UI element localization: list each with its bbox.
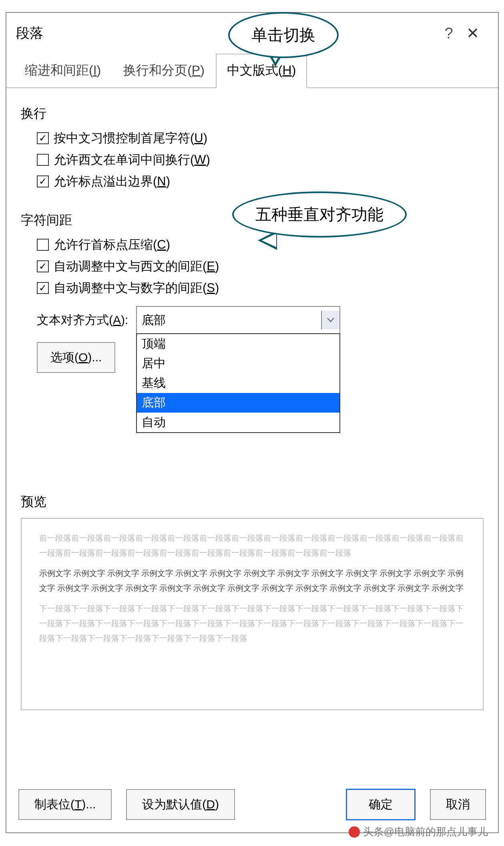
preview-sample-text: 示例文字 示例文字 示例文字 示例文字 示例文字 示例文字 示例文字 示例文字 … [39, 566, 465, 596]
dropdown-option-center[interactable]: 居中 [137, 354, 339, 373]
check-cnen-spacing[interactable]: ✓ 自动调整中文与西文的间距(E) [37, 258, 484, 275]
paragraph-dialog: 段落 ? ✕ 缩进和间距(I) 换行和分页(P) 中文版式(H) 换行 ✓ 按中… [6, 12, 499, 833]
chevron-down-icon[interactable] [321, 311, 339, 329]
dropdown-option-bottom[interactable]: 底部 [137, 393, 339, 413]
dropdown-option-auto[interactable]: 自动 [137, 413, 339, 432]
ok-button[interactable]: 确定 [346, 789, 416, 820]
tab-strip: 缩进和间距(I) 换行和分页(P) 中文版式(H) [6, 54, 498, 88]
checkbox-icon[interactable]: ✓ [37, 132, 49, 144]
tab-line-page-breaks[interactable]: 换行和分页(P) [112, 54, 216, 87]
dropdown-selected-value: 底部 [142, 312, 166, 328]
section-line-break: 换行 [21, 105, 484, 123]
close-button[interactable]: ✕ [459, 24, 487, 42]
help-button[interactable]: ? [439, 25, 459, 42]
preview-next-paragraph: 下一段落下一段落下一段落下一段落下一段落下一段落下一段落下一段落下一段落下一段落… [39, 601, 465, 646]
text-alignment-dropdown[interactable]: 底部 顶端 居中 基线 底部 自动 [136, 306, 340, 334]
dropdown-option-baseline[interactable]: 基线 [137, 373, 339, 393]
set-default-button[interactable]: 设为默认值(D) [126, 789, 235, 820]
dropdown-option-top[interactable]: 顶端 [137, 334, 339, 354]
options-button[interactable]: 选项(O)... [37, 342, 115, 373]
watermark: 头条@电脑前的那点儿事儿 [349, 825, 488, 839]
tab-stops-button[interactable]: 制表位(T)... [18, 789, 112, 820]
dialog-title: 段落 [16, 24, 439, 42]
check-cnnum-spacing[interactable]: ✓ 自动调整中文与数字的间距(S) [37, 280, 484, 296]
tab-asian-typography[interactable]: 中文版式(H) [216, 54, 307, 88]
checkbox-icon[interactable]: ✓ [37, 175, 49, 187]
dialog-body: 换行 ✓ 按中文习惯控制首尾字符(U) 允许西文在单词中间换行(W) ✓ 允许标… [6, 88, 498, 778]
preview-prev-paragraph: 前一段落前一段落前一段落前一段落前一段落前一段落前一段落前一段落前一段落前一段落… [39, 531, 465, 560]
preview-box: 前一段落前一段落前一段落前一段落前一段落前一段落前一段落前一段落前一段落前一段落… [21, 518, 484, 710]
check-latin-wrap[interactable]: 允许西文在单词中间换行(W) [37, 151, 484, 168]
dropdown-list: 顶端 居中 基线 底部 自动 [136, 333, 340, 433]
checkbox-icon[interactable]: ✓ [37, 282, 49, 294]
check-first-last-chars[interactable]: ✓ 按中文习惯控制首尾字符(U) [37, 130, 484, 147]
dialog-footer: 制表位(T)... 设为默认值(D) 确定 取消 [6, 778, 498, 832]
check-hanging-punctuation[interactable]: ✓ 允许标点溢出边界(N) [37, 173, 484, 190]
callout-click-to-switch: 单击切换 [228, 12, 339, 58]
tab-indents-spacing[interactable]: 缩进和间距(I) [14, 54, 112, 87]
checkbox-icon[interactable] [37, 154, 49, 166]
text-alignment-label: 文本对齐方式(A): [37, 312, 128, 328]
section-preview: 预览 [21, 493, 484, 511]
checkbox-icon[interactable] [37, 239, 49, 251]
cancel-button[interactable]: 取消 [430, 789, 486, 820]
checkbox-icon[interactable]: ✓ [37, 260, 49, 272]
callout-five-align: 五种垂直对齐功能 [232, 191, 407, 238]
toutiao-icon [349, 826, 360, 838]
